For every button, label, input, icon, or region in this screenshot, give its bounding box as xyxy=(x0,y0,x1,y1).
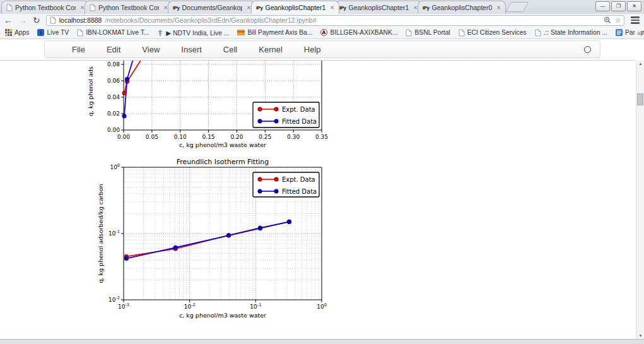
bookmark-bsnl[interactable]: BSNL Portal xyxy=(406,29,450,37)
tab-close-icon[interactable]: ✕ xyxy=(328,4,334,11)
bookmark-ibn-lokmat[interactable]: IBN-LOKMAT Live T... xyxy=(77,29,149,37)
svg-text:0.00: 0.00 xyxy=(117,134,130,140)
page-icon xyxy=(50,16,56,24)
tab-close-icon[interactable]: ✕ xyxy=(245,4,251,11)
status-strip xyxy=(0,339,644,344)
bookmarks-overflow-chevron[interactable]: » xyxy=(635,29,641,37)
notebook-menubar: File Edit View Insert Cell Kernel Help xyxy=(44,40,600,58)
minimize-button[interactable]: — xyxy=(595,1,610,11)
svg-text:0.05: 0.05 xyxy=(146,134,158,140)
menu-edit[interactable]: Edit xyxy=(96,45,131,54)
svg-text:0.08: 0.08 xyxy=(107,61,120,68)
tab-1[interactable]: Python Textbook Compar ✕ xyxy=(1,1,90,14)
svg-text:Fitted Data: Fitted Data xyxy=(282,118,317,125)
figure-freundlich-loglog: 10-310-210-110010-210-1100Expt. DataFitt… xyxy=(82,155,331,323)
svg-text:0.35: 0.35 xyxy=(315,134,328,140)
ipython-icon: IPy xyxy=(173,5,180,11)
bookmark-eci[interactable]: ECI Citizen Services xyxy=(459,29,527,37)
figure-isotherm-linear-cropped: 0.000.050.100.150.200.250.300.350.000.02… xyxy=(82,61,331,150)
tab-title: Python Textbook Compar xyxy=(15,4,76,11)
tab-title: GeankoplisChapter12 xyxy=(266,4,325,11)
svg-text:0.20: 0.20 xyxy=(230,134,243,140)
svg-text:Expt. Data: Expt. Data xyxy=(282,106,315,113)
menu-help[interactable]: Help xyxy=(293,45,332,54)
svg-text:0.02: 0.02 xyxy=(107,110,120,117)
bookmark-apps[interactable]: Apps xyxy=(5,29,29,36)
tab-5[interactable]: IPy GeankoplisChapter11 ✕ xyxy=(334,1,423,14)
svg-text:0.10: 0.10 xyxy=(174,134,187,140)
svg-text:c, kg phenol/m3 waste water: c, kg phenol/m3 waste water xyxy=(179,312,266,319)
tab-title: GeankoplisChapter04 xyxy=(432,4,492,11)
close-button[interactable]: ✕ xyxy=(627,1,641,11)
url-path: /notebooks/Documents/Geankoplis3rdEdn/Ge… xyxy=(105,16,600,24)
svg-text:Expt. Data: Expt. Data xyxy=(282,176,315,183)
tab-title: Python Textbook Compar xyxy=(98,4,159,11)
svg-text:10-1: 10-1 xyxy=(250,302,261,310)
svg-text:0.04: 0.04 xyxy=(107,94,120,100)
menu-file[interactable]: File xyxy=(61,45,96,54)
svg-text:0.15: 0.15 xyxy=(202,134,215,140)
page-icon xyxy=(535,29,541,37)
page-icon xyxy=(459,29,465,37)
tab-title: Documents/Geankoplis3r xyxy=(182,4,242,11)
refresh-icon[interactable]: ↻ xyxy=(33,16,40,25)
tab-3[interactable]: IPy Documents/Geankoplis3r ✕ xyxy=(168,1,256,14)
antenna-icon xyxy=(157,29,163,37)
page-scrollbar[interactable]: ▲ ▼ xyxy=(636,61,644,339)
url-host: localhost:8888 xyxy=(59,16,102,24)
page-icon xyxy=(6,4,13,11)
svg-text:0.00: 0.00 xyxy=(107,127,120,133)
bookmark-billgen[interactable]: A BILLGEN-AXIXBANK... xyxy=(320,29,397,36)
svg-text:A: A xyxy=(322,30,326,35)
back-icon[interactable]: ← xyxy=(4,16,13,25)
chrome-menu-icon[interactable] xyxy=(630,15,640,25)
page-icon xyxy=(90,4,96,11)
scroll-down-icon[interactable]: ▼ xyxy=(636,334,644,338)
svg-text:i: i xyxy=(40,30,42,36)
svg-text:0.30: 0.30 xyxy=(287,134,300,140)
svg-text:10-2: 10-2 xyxy=(184,302,196,310)
forward-icon[interactable]: → xyxy=(18,16,27,25)
svg-text:Fitted Data: Fitted Data xyxy=(282,188,317,195)
svg-text:10-1: 10-1 xyxy=(108,229,120,237)
new-tab-button[interactable] xyxy=(506,2,529,12)
bookmark-live-tv[interactable]: i Live TV xyxy=(37,29,69,36)
notebook-page: File Edit View Insert Cell Kernel Help 0… xyxy=(0,39,644,339)
address-bar[interactable]: localhost:8888 /notebooks/Documents/Gean… xyxy=(46,15,624,26)
scrollbar-thumb[interactable] xyxy=(637,93,643,105)
svg-text:0.25: 0.25 xyxy=(259,134,271,140)
svg-text:100: 100 xyxy=(110,163,120,170)
tab-strip: Python Textbook Compar ✕ Python Textbook… xyxy=(0,0,644,14)
blue-doc-icon xyxy=(616,29,623,36)
tab-close-icon[interactable]: ✕ xyxy=(411,4,418,11)
tab-6[interactable]: IPy GeankoplisChapter04 ✕ xyxy=(418,1,506,14)
scroll-up-icon[interactable]: ▲ xyxy=(636,62,644,66)
menu-view[interactable]: View xyxy=(131,45,170,54)
bookmark-state-info[interactable]: .:: State Information ... xyxy=(535,29,607,37)
svg-text:10-3: 10-3 xyxy=(118,302,129,310)
ipython-icon: IPy xyxy=(256,5,263,11)
ipython-icon: IPy xyxy=(423,5,430,11)
zoom-icon[interactable] xyxy=(604,16,611,24)
apps-grid-icon xyxy=(5,29,12,36)
card-icon xyxy=(237,30,245,35)
menu-kernel[interactable]: Kernel xyxy=(248,45,293,54)
tab-title: GeankoplisChapter11 xyxy=(349,4,409,11)
bookmark-ndtv[interactable]: ▶ NDTV India, Live ... xyxy=(157,29,229,37)
menu-cell[interactable]: Cell xyxy=(213,45,248,54)
svg-text:0.06: 0.06 xyxy=(107,78,120,84)
live-tv-icon: i xyxy=(37,29,44,36)
bookmark-bill-payment[interactable]: Bill Payment Axis Ba... xyxy=(237,29,312,36)
tab-close-icon[interactable]: ✕ xyxy=(78,4,85,11)
tab-close-icon[interactable]: ✕ xyxy=(495,4,501,11)
tab-4-active[interactable]: IPy GeankoplisChapter12 ✕ xyxy=(251,1,339,14)
bookmark-star-icon[interactable]: ☆ xyxy=(614,17,621,24)
tab-2[interactable]: Python Textbook Compar ✕ xyxy=(85,1,173,14)
tab-close-icon[interactable]: ✕ xyxy=(161,4,168,11)
menu-insert[interactable]: Insert xyxy=(170,45,213,54)
svg-text:c, kg phenol/m3 waste water: c, kg phenol/m3 waste water xyxy=(179,141,266,148)
browser-window: Python Textbook Compar ✕ Python Textbook… xyxy=(0,0,644,344)
red-badge-icon: A xyxy=(320,29,327,36)
bookmarks-bar: Apps i Live TV IBN-LOKMAT Live T... ▶ ND… xyxy=(0,27,644,39)
restore-button[interactable]: ❐ xyxy=(611,1,626,11)
